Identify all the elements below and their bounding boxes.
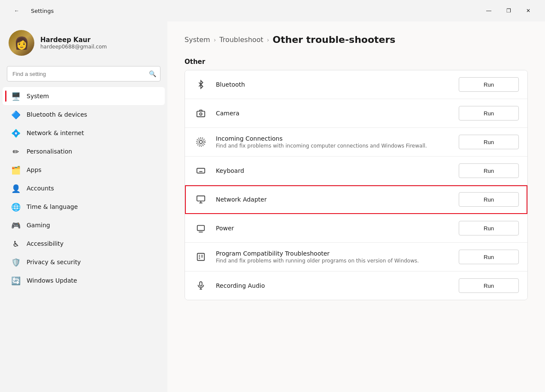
breadcrumb: System›Troubleshoot›Other trouble-shoote… — [185, 34, 528, 45]
keyboard-icon — [194, 163, 208, 178]
nav-list: 🖥️ System 🔷 Bluetooth & devices 💠 Networ… — [0, 87, 167, 290]
troubleshooter-name-program: Program Compatibility Troubleshooter — [216, 250, 451, 257]
troubleshooter-name-camera: Camera — [216, 110, 451, 117]
troubleshooter-info-bluetooth: Bluetooth — [216, 81, 451, 88]
breadcrumb-item-2: Other trouble-shooters — [272, 34, 395, 45]
troubleshooter-item-power: Power Run — [185, 214, 527, 243]
troubleshooter-item-recording: Recording Audio Run — [185, 271, 527, 300]
apps-icon: 🗂️ — [11, 165, 21, 175]
troubleshooter-item-network: Network Adapter Run — [185, 185, 527, 214]
troubleshooter-item-keyboard: Keyboard Run — [185, 157, 527, 185]
nav-label-personalisation: Personalisation — [27, 148, 72, 155]
minimize-button[interactable]: — — [479, 4, 499, 18]
svg-rect-22 — [200, 282, 202, 286]
user-profile[interactable]: 👩 Hardeep Kaur hardeep0688@gmail.com — [0, 21, 167, 64]
nav-label-gaming: Gaming — [27, 222, 50, 229]
sidebar: 👩 Hardeep Kaur hardeep0688@gmail.com 🔍 🖥… — [0, 21, 167, 392]
sidebar-item-privacy[interactable]: 🛡️ Privacy & security — [3, 253, 165, 271]
sidebar-item-apps[interactable]: 🗂️ Apps — [3, 161, 165, 179]
app-body: 👩 Hardeep Kaur hardeep0688@gmail.com 🔍 🖥… — [0, 21, 545, 392]
sidebar-item-accessibility[interactable]: ♿ Accessibility — [3, 235, 165, 253]
troubleshooter-info-power: Power — [216, 225, 451, 232]
personalisation-icon: ✏️ — [11, 147, 21, 156]
avatar: 👩 — [9, 30, 34, 56]
run-button-recording[interactable]: Run — [459, 278, 519, 293]
nav-label-network: Network & internet — [27, 130, 84, 136]
troubleshooter-info-network: Network Adapter — [216, 196, 451, 203]
svg-rect-16 — [197, 253, 205, 261]
troubleshooter-desc-program: Find and fix problems with running older… — [216, 258, 451, 264]
svg-rect-0 — [197, 111, 205, 117]
troubleshooter-info-recording: Recording Audio — [216, 282, 451, 289]
program-icon — [194, 250, 208, 264]
troubleshooter-name-keyboard: Keyboard — [216, 167, 451, 174]
troubleshooter-item-incoming: Incoming Connections Find and fix proble… — [185, 128, 527, 157]
nav-label-privacy: Privacy & security — [27, 259, 81, 265]
breadcrumb-item-1[interactable]: Troubleshoot — [219, 36, 263, 44]
nav-label-bluetooth: Bluetooth & devices — [27, 111, 87, 118]
run-button-program[interactable]: Run — [459, 250, 519, 264]
gaming-icon: 🎮 — [11, 220, 21, 230]
svg-point-1 — [200, 113, 202, 115]
accounts-icon: 👤 — [11, 184, 21, 193]
sidebar-item-accounts[interactable]: 👤 Accounts — [3, 179, 165, 197]
troubleshooter-desc-incoming: Find and fix problems with incoming comp… — [216, 143, 451, 149]
nav-label-update: Windows Update — [27, 277, 77, 284]
troubleshooter-info-camera: Camera — [216, 110, 451, 117]
nav-label-apps: Apps — [27, 166, 42, 173]
sidebar-item-system[interactable]: 🖥️ System — [3, 87, 165, 105]
svg-rect-14 — [197, 226, 205, 231]
troubleshooter-item-program: Program Compatibility Troubleshooter Fin… — [185, 243, 527, 271]
close-button[interactable]: ✕ — [518, 4, 538, 18]
privacy-icon: 🛡️ — [11, 257, 21, 267]
nav-label-accounts: Accounts — [27, 185, 54, 192]
breadcrumb-item-0[interactable]: System — [185, 36, 210, 44]
titlebar: ← Settings — ❐ ✕ — [0, 0, 545, 21]
network-icon — [194, 192, 208, 207]
run-button-bluetooth[interactable]: Run — [459, 77, 519, 92]
sidebar-item-personalisation[interactable]: ✏️ Personalisation — [3, 142, 165, 160]
svg-point-3 — [198, 139, 204, 145]
run-button-network[interactable]: Run — [459, 192, 519, 207]
troubleshooter-info-keyboard: Keyboard — [216, 167, 451, 174]
system-icon: 🖥️ — [11, 91, 21, 101]
user-name: Hardeep Kaur — [40, 36, 107, 44]
sidebar-item-time[interactable]: 🌐 Time & language — [3, 198, 165, 216]
maximize-button[interactable]: ❐ — [499, 4, 518, 18]
back-button[interactable]: ← — [7, 4, 27, 18]
update-icon: 🔄 — [11, 276, 21, 285]
troubleshooter-name-power: Power — [216, 225, 451, 232]
time-icon: 🌐 — [11, 202, 21, 211]
troubleshooter-name-network: Network Adapter — [216, 196, 451, 203]
main-content: System›Troubleshoot›Other trouble-shoote… — [167, 21, 545, 392]
nav-label-time: Time & language — [27, 203, 78, 210]
troubleshooter-name-recording: Recording Audio — [216, 282, 451, 289]
breadcrumb-sep: › — [214, 36, 216, 43]
window-controls: — ❐ ✕ — [479, 4, 538, 18]
troubleshooter-item-bluetooth: Bluetooth Run — [185, 70, 527, 99]
troubleshooter-name-bluetooth: Bluetooth — [216, 81, 451, 88]
run-button-incoming[interactable]: Run — [459, 135, 519, 149]
bluetooth-icon — [194, 77, 208, 92]
troubleshooter-item-camera: Camera Run — [185, 99, 527, 128]
run-button-camera[interactable]: Run — [459, 106, 519, 121]
section-heading: Other — [185, 58, 528, 66]
run-button-power[interactable]: Run — [459, 221, 519, 235]
svg-rect-5 — [197, 169, 205, 173]
svg-rect-11 — [197, 196, 205, 201]
troubleshooter-list: Bluetooth Run Camera Run Incoming Connec… — [185, 70, 528, 300]
troubleshooter-info-program: Program Compatibility Troubleshooter Fin… — [216, 250, 451, 264]
sidebar-item-gaming[interactable]: 🎮 Gaming — [3, 216, 165, 234]
user-email: hardeep0688@gmail.com — [40, 44, 107, 50]
sidebar-item-bluetooth[interactable]: 🔷 Bluetooth & devices — [3, 106, 165, 124]
sidebar-item-network[interactable]: 💠 Network & internet — [3, 124, 165, 142]
search-icon: 🔍 — [149, 70, 156, 77]
sidebar-item-update[interactable]: 🔄 Windows Update — [3, 271, 165, 289]
accessibility-icon: ♿ — [11, 239, 21, 248]
breadcrumb-sep: › — [267, 36, 269, 43]
user-info: Hardeep Kaur hardeep0688@gmail.com — [40, 36, 107, 50]
run-button-keyboard[interactable]: Run — [459, 163, 519, 178]
search-input[interactable] — [7, 66, 160, 81]
camera-icon — [194, 106, 208, 121]
troubleshooter-info-incoming: Incoming Connections Find and fix proble… — [216, 135, 451, 149]
